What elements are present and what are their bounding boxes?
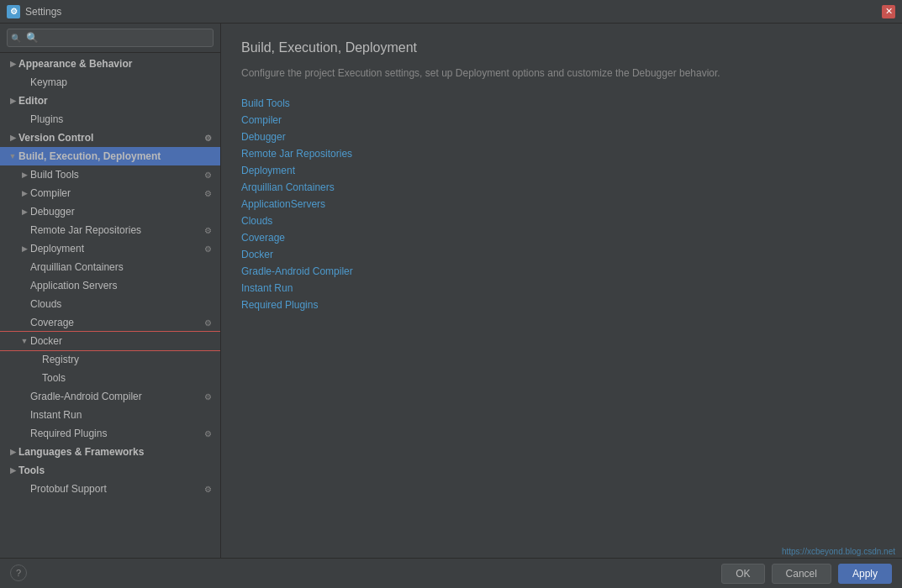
link-compiler[interactable]: Compiler bbox=[241, 114, 882, 126]
sidebar-item-protobuf[interactable]: Protobuf Support ⚙ bbox=[0, 480, 220, 498]
gear-icon: ⚙ bbox=[202, 483, 214, 495]
arrow-icon bbox=[18, 187, 30, 199]
sidebar-item-label: Editor bbox=[18, 95, 214, 107]
content-title: Build, Execution, Deployment bbox=[241, 40, 882, 55]
arrow-icon bbox=[18, 224, 30, 236]
window-title: Settings bbox=[25, 6, 61, 18]
gear-icon: ⚙ bbox=[202, 317, 214, 328]
cancel-button[interactable]: Cancel bbox=[772, 564, 831, 584]
gear-icon: ⚙ bbox=[202, 391, 214, 402]
sidebar-item-version-control[interactable]: Version Control ⚙ bbox=[0, 129, 220, 147]
bottom-bar: ? OK Cancel Apply bbox=[0, 558, 902, 588]
sidebar-item-label: Languages & Frameworks bbox=[18, 446, 214, 458]
link-gradle-android[interactable]: Gradle-Android Compiler bbox=[241, 265, 882, 277]
sidebar-item-label: Required Plugins bbox=[30, 428, 200, 439]
sidebar-item-label: Debugger bbox=[30, 206, 214, 218]
gear-icon: ⚙ bbox=[202, 224, 214, 236]
sidebar-item-label: Keymap bbox=[30, 76, 214, 88]
sidebar-item-coverage[interactable]: Coverage ⚙ bbox=[0, 313, 220, 332]
ok-button[interactable]: OK bbox=[721, 564, 764, 584]
sidebar-item-app-servers[interactable]: Application Servers bbox=[0, 276, 220, 295]
content-links: Build Tools Compiler Debugger Remote Jar… bbox=[241, 97, 882, 311]
arrow-icon bbox=[18, 113, 30, 125]
search-box bbox=[0, 24, 220, 53]
sidebar-item-label: Plugins bbox=[30, 113, 214, 125]
main-container: Appearance & Behavior Keymap Editor Plug… bbox=[0, 24, 902, 558]
search-input[interactable] bbox=[7, 29, 214, 47]
sidebar-item-label: Gradle-Android Compiler bbox=[30, 391, 200, 402]
arrow-icon bbox=[18, 206, 30, 218]
arrow-icon bbox=[7, 446, 18, 458]
sidebar-item-label: Tools bbox=[18, 465, 214, 476]
sidebar-item-label: Version Control bbox=[18, 132, 200, 144]
link-required-plugins[interactable]: Required Plugins bbox=[241, 299, 882, 311]
arrow-icon bbox=[18, 483, 30, 495]
arrow-icon bbox=[18, 76, 30, 88]
arrow-icon bbox=[30, 372, 42, 384]
gear-icon: ⚙ bbox=[202, 428, 214, 439]
sidebar-item-label: Remote Jar Repositories bbox=[30, 224, 200, 236]
content-area: Build, Execution, Deployment Configure t… bbox=[221, 24, 902, 558]
arrow-icon bbox=[30, 354, 42, 365]
link-clouds[interactable]: Clouds bbox=[241, 215, 882, 227]
link-arquillian[interactable]: Arquillian Containers bbox=[241, 181, 882, 193]
sidebar-item-remote-jar[interactable]: Remote Jar Repositories ⚙ bbox=[0, 221, 220, 239]
sidebar-item-label: Arquillian Containers bbox=[30, 261, 214, 273]
sidebar-item-compiler[interactable]: Compiler ⚙ bbox=[0, 184, 220, 202]
sidebar-item-build-execution[interactable]: Build, Execution, Deployment bbox=[0, 147, 220, 165]
arrow-icon bbox=[18, 428, 30, 439]
help-button[interactable]: ? bbox=[10, 564, 27, 581]
app-icon: ⚙ bbox=[7, 5, 20, 18]
sidebar-item-docker[interactable]: Docker bbox=[0, 332, 220, 350]
arrow-icon bbox=[18, 298, 30, 310]
sidebar-item-label: Tools bbox=[42, 372, 214, 384]
arrow-icon bbox=[18, 335, 30, 347]
arrow-icon bbox=[7, 95, 18, 107]
sidebar-item-label: Registry bbox=[42, 354, 214, 365]
link-debugger[interactable]: Debugger bbox=[241, 131, 882, 143]
link-build-tools[interactable]: Build Tools bbox=[241, 97, 882, 109]
close-button[interactable]: ✕ bbox=[882, 5, 895, 18]
link-instant-run[interactable]: Instant Run bbox=[241, 282, 882, 294]
sidebar-item-label: Build, Execution, Deployment bbox=[18, 150, 214, 162]
arrow-icon bbox=[18, 261, 30, 273]
title-bar: ⚙ Settings ✕ bbox=[0, 0, 902, 24]
link-app-servers[interactable]: ApplicationServers bbox=[241, 198, 882, 210]
watermark: https://xcbeyond.blog.csdn.net bbox=[782, 547, 895, 556]
sidebar-item-deployment[interactable]: Deployment ⚙ bbox=[0, 239, 220, 258]
link-coverage[interactable]: Coverage bbox=[241, 232, 882, 244]
sidebar-item-plugins[interactable]: Plugins bbox=[0, 110, 220, 129]
sidebar-item-tools-root[interactable]: Tools bbox=[0, 461, 220, 480]
apply-button[interactable]: Apply bbox=[838, 564, 892, 584]
sidebar-item-label: Application Servers bbox=[30, 280, 214, 291]
link-remote-jar[interactable]: Remote Jar Repositories bbox=[241, 148, 882, 160]
link-docker[interactable]: Docker bbox=[241, 249, 882, 260]
arrow-icon bbox=[7, 58, 18, 70]
sidebar-item-instant-run[interactable]: Instant Run bbox=[0, 406, 220, 424]
sidebar-item-required-plugins[interactable]: Required Plugins ⚙ bbox=[0, 424, 220, 443]
sidebar-item-docker-tools[interactable]: Tools bbox=[0, 369, 220, 387]
sidebar-item-editor[interactable]: Editor bbox=[0, 92, 220, 110]
sidebar-item-arquillian[interactable]: Arquillian Containers bbox=[0, 258, 220, 276]
sidebar-item-gradle-android[interactable]: Gradle-Android Compiler ⚙ bbox=[0, 387, 220, 406]
sidebar-item-registry[interactable]: Registry bbox=[0, 350, 220, 369]
sidebar-item-label: Build Tools bbox=[30, 169, 200, 181]
sidebar-item-appearance[interactable]: Appearance & Behavior bbox=[0, 55, 220, 73]
gear-icon: ⚙ bbox=[202, 187, 214, 199]
gear-icon: ⚙ bbox=[202, 132, 214, 144]
arrow-icon bbox=[7, 150, 18, 162]
sidebar-item-debugger[interactable]: Debugger bbox=[0, 202, 220, 221]
sidebar-item-languages[interactable]: Languages & Frameworks bbox=[0, 443, 220, 461]
sidebar-item-keymap[interactable]: Keymap bbox=[0, 73, 220, 92]
gear-icon: ⚙ bbox=[202, 243, 214, 255]
arrow-icon bbox=[18, 409, 30, 421]
sidebar-item-label: Deployment bbox=[30, 243, 200, 255]
sidebar-item-build-tools[interactable]: Build Tools ⚙ bbox=[0, 165, 220, 184]
sidebar-item-label: Docker bbox=[30, 335, 214, 347]
sidebar-item-label: Instant Run bbox=[30, 409, 214, 421]
sidebar-item-clouds[interactable]: Clouds bbox=[0, 295, 220, 313]
arrow-icon bbox=[18, 243, 30, 255]
arrow-icon bbox=[18, 280, 30, 291]
sidebar-item-label: Clouds bbox=[30, 298, 214, 310]
link-deployment[interactable]: Deployment bbox=[241, 165, 882, 176]
